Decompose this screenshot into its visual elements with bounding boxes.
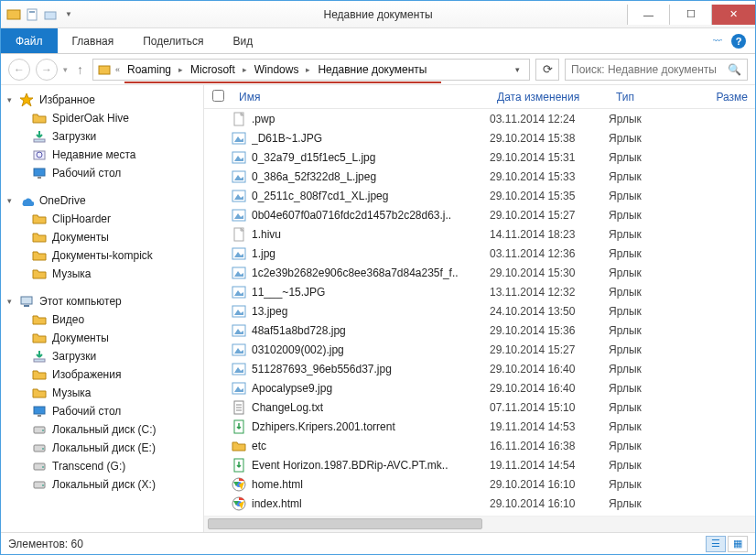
sidebar-item[interactable]: Загрузки [1, 127, 203, 146]
sidebar-item[interactable]: Изображения [1, 365, 203, 384]
sidebar-item[interactable]: Локальный диск (X:) [1, 475, 203, 494]
sidebar-item[interactable]: ClipHoarder [1, 210, 203, 228]
file-row[interactable]: Apocalypse9.jpg29.10.2014 16:40Ярлык [204, 378, 755, 397]
ribbon-collapse-icon[interactable]: 〰 [713, 36, 722, 46]
tab-home[interactable]: Главная [58, 28, 129, 53]
chevron-right-icon[interactable]: ▸ [241, 65, 249, 74]
file-row[interactable]: 0_2511c_808f7cd1_XL.jpeg29.10.2014 15:35… [204, 186, 755, 205]
file-row[interactable]: ChangeLog.txt07.11.2014 15:10Ярлык [204, 397, 755, 417]
file-name: Event Horizon.1987.BDRip-AVC.PT.mk.. [252, 459, 490, 472]
sidebar-item[interactable]: Недавние места [1, 146, 203, 164]
breadcrumb-overflow-icon[interactable]: « [113, 65, 122, 74]
file-type: Ярлык [609, 132, 691, 145]
forward-button[interactable]: → [36, 59, 58, 81]
breadcrumb-seg-2[interactable]: Windows [251, 63, 303, 76]
file-row[interactable]: Dzhipers.Kripers.2001.torrent19.11.2014 … [204, 417, 755, 436]
sidebar-group-header[interactable]: ▾Избранное [1, 91, 203, 109]
file-name: 1.jpg [252, 247, 490, 260]
file-row[interactable]: 0_32a79_d15f1ec5_L.jpg29.10.2014 15:31Яр… [204, 147, 755, 167]
folder-icon [232, 439, 246, 453]
sidebar-item[interactable]: Загрузки [1, 347, 203, 365]
expand-arrow-icon[interactable]: ▾ [5, 95, 14, 104]
sidebar-item[interactable]: Документы [1, 329, 203, 347]
scrollbar-thumb[interactable] [208, 518, 482, 529]
qat-dropdown-icon[interactable]: ▼ [61, 7, 76, 22]
search-icon[interactable]: 🔍 [728, 63, 741, 76]
breadcrumb-seg-0[interactable]: Roaming [124, 63, 175, 76]
expand-arrow-icon[interactable]: ▾ [5, 196, 14, 205]
close-button[interactable]: ✕ [711, 5, 755, 25]
file-row[interactable]: home.html29.10.2014 16:10Ярлык [204, 474, 755, 494]
search-box[interactable]: 🔍 [565, 59, 748, 81]
sidebar-item[interactable]: Локальный диск (C:) [1, 420, 203, 439]
file-list[interactable]: .pwp03.11.2014 12:24Ярлык_D61B~1.JPG29.1… [204, 109, 755, 516]
column-type[interactable]: Тип [609, 91, 691, 103]
help-icon[interactable]: ? [731, 34, 746, 49]
file-type: Ярлык [609, 459, 691, 472]
up-button[interactable]: ↑ [73, 62, 87, 77]
chevron-right-icon[interactable]: ▸ [304, 65, 312, 74]
svg-point-17 [42, 430, 44, 431]
select-all-checkbox[interactable] [212, 90, 224, 102]
properties-icon[interactable] [25, 7, 39, 22]
address-dropdown-icon[interactable]: ▾ [510, 65, 525, 74]
new-folder-icon[interactable] [43, 7, 58, 22]
sidebar-group-header[interactable]: ▾OneDrive [1, 191, 203, 210]
tab-share[interactable]: Поделиться [128, 28, 218, 53]
history-dropdown-icon[interactable]: ▾ [63, 65, 68, 74]
sidebar-item[interactable]: Музыка [1, 265, 203, 283]
file-row[interactable]: 11___~15.JPG13.11.2014 12:32Ярлык [204, 282, 755, 301]
tab-view[interactable]: Вид [218, 28, 267, 53]
minimize-button[interactable]: — [627, 5, 669, 25]
sidebar-item[interactable]: Локальный диск (E:) [1, 439, 203, 457]
navigation-pane[interactable]: ▾ИзбранноеSpiderOak HiveЗагрузкиНедавние… [1, 85, 204, 532]
file-row[interactable]: 1.jpg03.11.2014 12:36Ярлык [204, 244, 755, 263]
sidebar-item-label: Transcend (G:) [52, 460, 125, 473]
sidebar-group-header[interactable]: ▾Этот компьютер [1, 292, 203, 310]
svg-rect-13 [34, 359, 45, 362]
refresh-button[interactable]: ⟳ [535, 59, 559, 81]
chevron-right-icon[interactable]: ▸ [177, 65, 185, 74]
file-name: home.html [252, 478, 490, 491]
column-name[interactable]: Имя [232, 91, 490, 103]
file-row[interactable]: _D61B~1.JPG29.10.2014 15:38Ярлык [204, 128, 755, 147]
file-row[interactable]: 511287693_96eb556d37.jpg29.10.2014 16:40… [204, 359, 755, 378]
column-size[interactable]: Разме [691, 91, 755, 103]
breadcrumb-seg-3[interactable]: Недавние документы [314, 63, 430, 76]
file-row[interactable]: 1.hivu14.11.2014 18:23Ярлык [204, 224, 755, 244]
tab-file[interactable]: Файл [1, 28, 58, 53]
file-row[interactable]: etc16.11.2014 16:38Ярлык [204, 436, 755, 455]
file-row[interactable]: index.html29.10.2014 16:10Ярлык [204, 494, 755, 513]
sidebar-item[interactable]: Transcend (G:) [1, 457, 203, 475]
file-type: Ярлык [609, 382, 691, 395]
star-icon [19, 92, 34, 107]
file-row[interactable]: 0b04e607f0a0716fdc2d1457b2c28d63.j..29.1… [204, 205, 755, 224]
sidebar-item[interactable]: Документы-kompick [1, 246, 203, 265]
address-bar[interactable]: « Roaming ▸ Microsoft ▸ Windows ▸ Недавн… [92, 59, 530, 81]
file-row[interactable]: 48af51a8bd728.jpg29.10.2014 15:36Ярлык [204, 321, 755, 340]
sidebar-item[interactable]: Видео [1, 310, 203, 329]
file-row[interactable]: 13.jpeg24.10.2014 13:50Ярлык [204, 301, 755, 321]
file-type: Ярлык [609, 228, 691, 241]
column-date[interactable]: Дата изменения [490, 91, 609, 103]
search-input[interactable] [571, 63, 724, 76]
sidebar-item[interactable]: Музыка [1, 384, 203, 402]
view-details-button[interactable]: ☰ [706, 536, 726, 552]
back-button[interactable]: ← [8, 59, 30, 81]
view-icons-button[interactable]: ▦ [728, 536, 748, 552]
file-row[interactable]: 0_386a_52f322d8_L.jpeg29.10.2014 15:33Яр… [204, 167, 755, 186]
breadcrumb-seg-1[interactable]: Microsoft [187, 63, 239, 76]
sidebar-item[interactable]: Рабочий стол [1, 402, 203, 420]
maximize-button[interactable]: ☐ [669, 5, 711, 25]
horizontal-scrollbar[interactable] [204, 516, 755, 532]
file-row[interactable]: 1c2e39b2682e906c8ee368a7d84a235f_f..29.1… [204, 263, 755, 282]
sidebar-item[interactable]: Документы [1, 228, 203, 246]
sidebar-item[interactable]: SpiderOak Hive [1, 109, 203, 127]
file-row[interactable]: Event Horizon.1987.BDRip-AVC.PT.mk..19.1… [204, 455, 755, 474]
column-checkbox[interactable] [204, 90, 232, 104]
sidebar-item[interactable]: Рабочий стол [1, 164, 203, 182]
file-row[interactable]: .pwp03.11.2014 12:24Ярлык [204, 109, 755, 128]
expand-arrow-icon[interactable]: ▾ [5, 297, 14, 306]
file-row[interactable]: 03102009(002).jpg29.10.2014 15:27Ярлык [204, 340, 755, 359]
svg-rect-6 [34, 139, 45, 142]
